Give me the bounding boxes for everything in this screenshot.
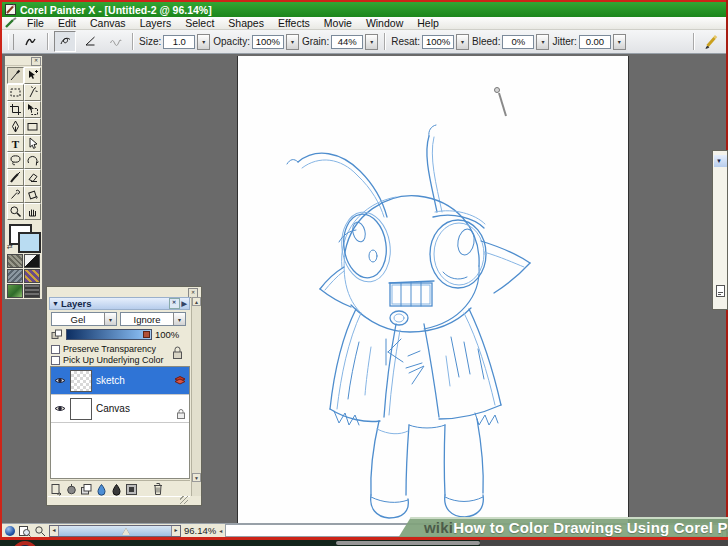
layer-row-sketch[interactable]: sketch [51, 367, 189, 395]
tool-rectangular-selection[interactable] [7, 84, 24, 101]
zoom-slider-thumb[interactable] [122, 528, 130, 535]
tool-magic-wand[interactable] [24, 84, 41, 101]
layer-name[interactable]: Canvas [96, 403, 130, 414]
tool-rotate-page[interactable] [24, 152, 41, 169]
dynamic-plugins-icon[interactable] [65, 483, 78, 496]
jitter-dropdown-button[interactable]: ▾ [613, 34, 626, 50]
freehand-strokes-button[interactable] [54, 31, 76, 52]
zoom-in-arrow-icon[interactable]: ► [171, 526, 180, 536]
main-color-swatch[interactable] [18, 232, 41, 253]
pick-up-underlying-checkbox[interactable] [51, 356, 60, 365]
pattern-selector[interactable] [7, 269, 23, 283]
docked-palette-title-bar[interactable]: ▼ [714, 155, 727, 167]
tool-grabber[interactable] [24, 203, 41, 220]
tool-crop[interactable] [7, 101, 24, 118]
collapse-icon[interactable]: ▼ [52, 300, 59, 307]
opacity-dropdown-button[interactable]: ▾ [286, 34, 299, 50]
color-selector[interactable]: ⇄ [5, 221, 42, 253]
menu-item-movie[interactable]: Movie [317, 17, 359, 29]
zoom-out-arrow-icon[interactable]: ◄ [50, 526, 59, 536]
menu-item-help[interactable]: Help [410, 17, 446, 29]
tool-eraser[interactable] [24, 169, 41, 186]
straight-line-strokes-button[interactable] [79, 31, 101, 52]
new-liquid-ink-layer-icon[interactable] [110, 483, 123, 496]
tool-rectangular-shape[interactable] [24, 118, 41, 135]
document-canvas[interactable] [237, 56, 629, 523]
menu-item-edit[interactable]: Edit [51, 17, 83, 29]
look-selector[interactable] [24, 284, 40, 298]
gradient-selector[interactable] [24, 254, 40, 268]
composite-depth-dropdown[interactable]: Ignore ▾ [120, 312, 186, 326]
grain-input[interactable]: 44% [331, 35, 363, 49]
new-watercolor-layer-icon[interactable] [95, 483, 108, 496]
tool-lasso[interactable] [7, 152, 24, 169]
zoom-tool-icon[interactable] [34, 525, 46, 537]
toolbox-close-button[interactable]: ✕ [31, 57, 41, 66]
tool-paint-bucket[interactable] [24, 186, 41, 203]
page-info-icon[interactable] [18, 525, 31, 537]
layers-palette-title-bar[interactable]: ▼ Layers ✕ ▶ [49, 297, 190, 310]
resat-dropdown-button[interactable]: ▾ [456, 34, 469, 50]
layer-visibility-eye-icon[interactable] [54, 376, 66, 385]
zoom-preset-icon[interactable]: ◂ [219, 527, 222, 534]
tool-text[interactable]: T [7, 135, 24, 152]
layer-thumbnail[interactable] [70, 398, 92, 420]
grain-dropdown-button[interactable]: ▾ [365, 34, 378, 50]
tool-mixer-brush[interactable] [7, 169, 24, 186]
navigator-sphere-icon[interactable] [5, 526, 15, 536]
delete-layer-trash-icon[interactable] [152, 482, 164, 496]
size-input[interactable]: 1.0 [163, 35, 195, 49]
menu-item-effects[interactable]: Effects [271, 17, 317, 29]
layer-visibility-eye-icon[interactable] [54, 404, 66, 413]
tool-selection-adjuster[interactable] [24, 101, 41, 118]
tool-brush[interactable] [7, 67, 24, 84]
bleed-dropdown-button[interactable]: ▾ [536, 34, 549, 50]
title-bar[interactable]: Corel Painter X - [Untitled-2 @ 96.14%] [2, 2, 726, 17]
align-to-path-button[interactable] [104, 31, 126, 52]
size-dropdown-button[interactable]: ▾ [197, 34, 210, 50]
bleed-input[interactable]: 0% [502, 35, 534, 49]
zoom-percentage[interactable]: 96.14% [184, 525, 216, 536]
palette-resize-strip[interactable] [48, 496, 190, 506]
new-layer-icon[interactable] [80, 483, 93, 496]
menu-item-file[interactable]: File [20, 17, 51, 29]
menu-item-layers[interactable]: Layers [133, 17, 179, 29]
menu-item-canvas[interactable]: Canvas [83, 17, 133, 29]
layers-section-close-button[interactable]: ✕ [169, 298, 180, 309]
scroll-down-icon[interactable]: ▼ [192, 473, 201, 482]
resat-input[interactable]: 100% [422, 35, 454, 49]
player-progress-bar[interactable] [336, 541, 480, 545]
toolbar-grip[interactable] [8, 34, 14, 50]
preserve-transparency-checkbox[interactable] [51, 345, 60, 354]
docked-palette-fragment[interactable]: ▼ [712, 150, 728, 310]
resize-grip-icon[interactable] [180, 496, 188, 504]
jitter-input[interactable]: 0.00 [579, 35, 611, 49]
layer-commands-icon[interactable] [50, 483, 63, 496]
palette-page-icon[interactable] [715, 284, 726, 298]
tool-shape-selection[interactable] [24, 135, 41, 152]
tool-magnifier[interactable] [7, 203, 24, 220]
slider-thumb[interactable] [143, 331, 150, 338]
nozzle-selector[interactable] [7, 284, 23, 298]
brush-stroke-preview-button[interactable] [19, 31, 41, 52]
tool-pen[interactable] [7, 118, 24, 135]
layer-opacity-slider[interactable] [66, 329, 152, 340]
toolbox-header[interactable]: ✕ [5, 56, 42, 66]
layers-palette-scrollbar[interactable]: ▲ ▼ [191, 297, 201, 496]
layer-name[interactable]: sketch [96, 375, 125, 386]
scroll-up-icon[interactable]: ▲ [192, 297, 201, 306]
weave-selector[interactable] [24, 269, 40, 283]
menu-item-window[interactable]: Window [359, 17, 410, 29]
layer-row-canvas[interactable]: Canvas [51, 395, 189, 423]
opacity-input[interactable]: 100% [252, 35, 284, 49]
layer-thumbnail[interactable] [70, 370, 92, 392]
edit-brush-button[interactable] [700, 31, 722, 52]
composite-method-dropdown[interactable]: Gel ▾ [51, 312, 117, 326]
tool-dropper[interactable] [7, 186, 24, 203]
menu-item-select[interactable]: Select [178, 17, 221, 29]
paper-selector[interactable] [7, 254, 23, 268]
lock-layer-icon[interactable] [171, 345, 184, 361]
new-layer-mask-icon[interactable] [125, 483, 138, 496]
menu-item-shapes[interactable]: Shapes [221, 17, 271, 29]
tool-layer-adjuster[interactable] [24, 67, 41, 84]
